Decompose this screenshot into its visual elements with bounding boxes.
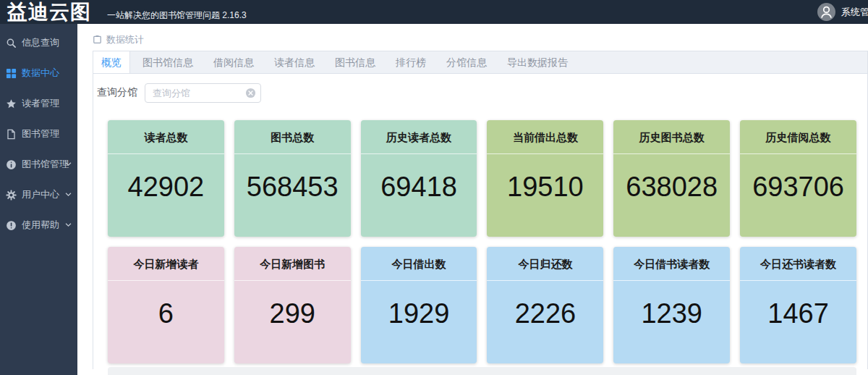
stat-card-total-readers: 读者总数 42902	[108, 120, 224, 237]
tab-ranking[interactable]: 排行榜	[388, 51, 434, 73]
stat-card-value: 1239	[613, 281, 730, 329]
tab-branch-info[interactable]: 分馆信息	[438, 51, 495, 73]
stat-card-value: 2226	[487, 281, 603, 329]
app-header: 益迪云图 一站解决您的图书馆管理问题 2.16.3 系统管理员	[0, 0, 868, 24]
sidebar-item-label: 使用帮助	[22, 219, 59, 232]
breadcrumb: 数据统计	[77, 24, 868, 46]
branch-filter-row: 查询分馆	[97, 83, 867, 103]
username-label: 系统管理员	[841, 6, 868, 19]
stat-card-new-readers-today: 今日新增读者 6	[108, 247, 224, 363]
star-icon	[6, 98, 17, 109]
stat-card-title: 图书总数	[234, 120, 351, 154]
sidebar-item-label: 用户中心	[22, 188, 59, 201]
stat-card-value: 568453	[234, 154, 351, 203]
sidebar-item-data-center[interactable]: 数据中心	[0, 58, 77, 88]
stat-cards-area: 读者总数 42902 图书总数 568453 历史读者总数 69418 当前借出…	[108, 120, 856, 363]
stat-card-title: 今日借出数	[361, 247, 477, 281]
gear-icon	[6, 190, 17, 201]
stat-card-value: 693706	[740, 154, 856, 203]
sidebar-item-help[interactable]: 使用帮助	[0, 210, 77, 240]
stat-card-borrowing-readers-today: 今日借书读者数 1239	[613, 247, 730, 363]
tab-reader-info[interactable]: 读者信息	[266, 51, 323, 73]
stat-cards-row-1: 读者总数 42902 图书总数 568453 历史读者总数 69418 当前借出…	[108, 120, 856, 237]
stat-card-value: 19510	[487, 154, 603, 203]
stat-card-loans-today: 今日借出数 1929	[361, 247, 477, 363]
stat-card-value: 1929	[361, 281, 477, 329]
stat-card-value: 6	[108, 281, 224, 329]
stat-card-title: 今日归还数	[487, 247, 603, 281]
grid-icon	[6, 68, 17, 79]
overview-tab-panel: 查询分馆 读者总数 42902	[93, 74, 867, 375]
stat-cards-row-2: 今日新增读者 6 今日新增图书 299 今日借出数 1929 今日归还数 222…	[108, 247, 856, 363]
stat-card-value: 42902	[108, 154, 224, 203]
sidebar-item-label: 数据中心	[22, 67, 59, 80]
sidebar-item-label: 图书管理	[22, 127, 59, 140]
document-icon	[6, 129, 17, 140]
branch-search-input[interactable]	[145, 83, 261, 103]
stat-card-title: 历史借阅总数	[740, 120, 856, 154]
stat-card-title: 历史读者总数	[361, 120, 477, 154]
tab-book-info[interactable]: 图书信息	[327, 51, 383, 73]
stat-card-title: 今日新增读者	[108, 247, 224, 281]
user-menu[interactable]: 系统管理员	[817, 3, 868, 21]
tab-overview[interactable]: 概览	[93, 51, 130, 73]
user-avatar-icon	[817, 3, 835, 21]
sidebar-item-user-center[interactable]: 用户中心	[0, 180, 77, 210]
sidebar-item-library-mgmt[interactable]: 图书馆管理	[0, 149, 77, 180]
stat-card-value: 638028	[613, 154, 730, 203]
stat-card-title: 当前借出总数	[487, 120, 603, 154]
chevron-down-icon	[64, 221, 72, 229]
next-section-header	[108, 367, 856, 375]
help-icon	[6, 220, 17, 231]
sidebar: 信息查询 数据中心 读者管理 图书管理	[0, 24, 77, 375]
tab-bar: 概览 图书馆信息 借阅信息 读者信息 图书信息 排行榜 分馆信息 导出数据报告	[93, 51, 867, 74]
sidebar-item-book-mgmt[interactable]: 图书管理	[0, 119, 77, 149]
main-content: 数据统计 概览 图书馆信息 借阅信息 读者信息 图书信息 排行榜 分馆信息 导出…	[77, 24, 868, 375]
stat-card-historical-borrows: 历史借阅总数 693706	[740, 120, 856, 237]
stat-card-new-books-today: 今日新增图书 299	[234, 247, 351, 363]
stat-card-value: 1467	[740, 281, 856, 329]
tab-borrow-info[interactable]: 借阅信息	[205, 51, 262, 73]
stat-card-returns-today: 今日归还数 2226	[487, 247, 603, 363]
sidebar-item-label: 图书馆管理	[22, 158, 69, 171]
sidebar-item-info-query[interactable]: 信息查询	[0, 28, 77, 58]
stat-card-current-loans: 当前借出总数 19510	[487, 120, 603, 237]
stat-card-value: 299	[234, 281, 351, 329]
circle-close-icon[interactable]	[245, 88, 256, 98]
tab-library-info[interactable]: 图书馆信息	[135, 51, 201, 73]
search-icon	[6, 38, 17, 49]
stat-card-title: 读者总数	[108, 120, 224, 154]
app-tagline: 一站解决您的图书馆管理问题 2.16.3	[107, 9, 247, 22]
app-logo: 益迪云图	[7, 0, 91, 25]
stat-card-historical-readers: 历史读者总数 69418	[361, 120, 477, 237]
info-icon	[6, 159, 17, 170]
stats-panel: 概览 图书馆信息 借阅信息 读者信息 图书信息 排行榜 分馆信息 导出数据报告 …	[93, 51, 868, 369]
breadcrumb-label: 数据统计	[106, 33, 144, 46]
tab-export-report[interactable]: 导出数据报告	[499, 51, 576, 73]
sidebar-item-label: 信息查询	[22, 36, 59, 49]
stat-card-total-books: 图书总数 568453	[234, 120, 351, 237]
stat-card-value: 69418	[361, 154, 477, 203]
stat-card-title: 今日新增图书	[234, 247, 351, 281]
branch-filter	[145, 83, 261, 103]
branch-filter-label: 查询分馆	[97, 86, 137, 99]
sidebar-item-label: 读者管理	[22, 97, 59, 110]
person-icon	[817, 3, 835, 21]
sidebar-item-reader-mgmt[interactable]: 读者管理	[0, 88, 77, 119]
chevron-down-icon	[64, 160, 72, 168]
stat-card-title: 今日还书读者数	[740, 247, 856, 281]
stat-card-returning-readers-today: 今日还书读者数 1467	[740, 247, 856, 363]
stat-card-title: 今日借书读者数	[613, 247, 730, 281]
stat-card-historical-books: 历史图书总数 638028	[613, 120, 730, 237]
clipboard-icon	[93, 35, 102, 44]
chevron-down-icon	[64, 190, 72, 198]
stat-card-title: 历史图书总数	[613, 120, 730, 154]
